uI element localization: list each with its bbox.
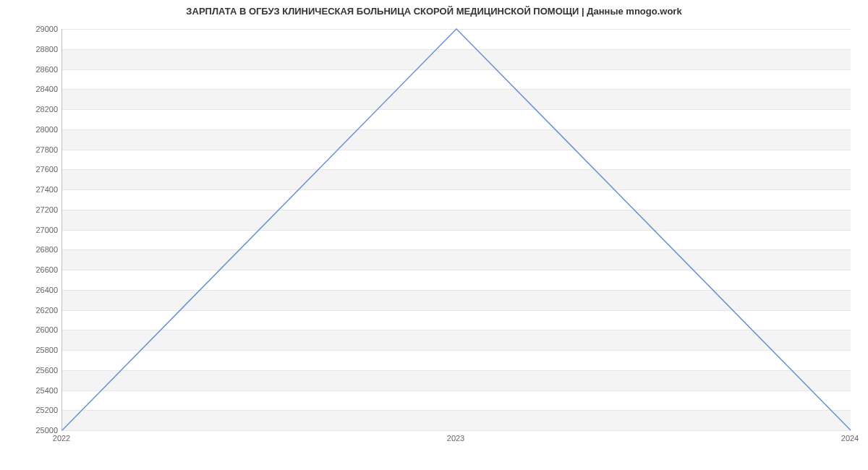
y-tick-label: 26400 xyxy=(4,286,58,294)
x-tick-label: 2024 xyxy=(841,434,859,443)
y-tick-label: 28000 xyxy=(4,125,58,134)
y-tick-label: 27800 xyxy=(4,145,58,154)
y-tick-label: 25000 xyxy=(4,426,58,435)
y-tick-label: 25400 xyxy=(4,386,58,395)
x-tick-label: 2022 xyxy=(53,434,70,443)
grid-line xyxy=(62,430,851,431)
y-tick-label: 27200 xyxy=(4,205,58,214)
y-tick-label: 29000 xyxy=(4,25,58,33)
plot-area xyxy=(61,29,851,431)
line-series xyxy=(62,29,851,430)
y-tick-label: 25200 xyxy=(4,406,58,414)
chart-container: ЗАРПЛАТА В ОГБУЗ КЛИНИЧЕСКАЯ БОЛЬНИЦА СК… xyxy=(0,0,868,470)
y-tick-label: 25600 xyxy=(4,366,58,375)
series-line xyxy=(62,29,851,430)
y-tick-label: 25800 xyxy=(4,346,58,354)
x-tick-label: 2023 xyxy=(447,434,464,443)
y-tick-label: 26200 xyxy=(4,306,58,315)
y-tick-label: 27600 xyxy=(4,165,58,174)
y-tick-label: 27400 xyxy=(4,185,58,194)
chart-title: ЗАРПЛАТА В ОГБУЗ КЛИНИЧЕСКАЯ БОЛЬНИЦА СК… xyxy=(0,6,868,17)
y-tick-label: 27000 xyxy=(4,226,58,234)
y-tick-label: 26800 xyxy=(4,245,58,254)
y-tick-label: 28400 xyxy=(4,85,58,93)
y-tick-label: 28200 xyxy=(4,105,58,114)
y-tick-label: 26600 xyxy=(4,265,58,274)
y-tick-label: 28600 xyxy=(4,65,58,74)
y-tick-label: 28800 xyxy=(4,45,58,54)
y-tick-label: 26000 xyxy=(4,325,58,334)
